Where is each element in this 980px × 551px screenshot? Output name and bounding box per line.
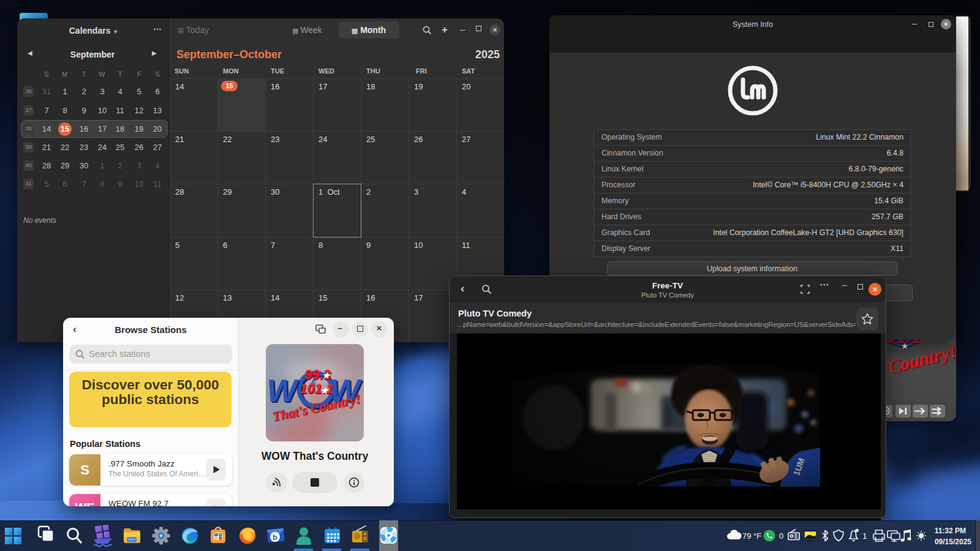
svg-text:79 °F: 79 °F [742, 531, 761, 541]
svg-text:09/15/2025: 09/15/2025 [935, 538, 971, 546]
svg-text:101.1: 101.1 [300, 381, 333, 396]
svg-text:b: b [273, 533, 277, 542]
svg-text:0: 0 [779, 531, 783, 541]
svg-text:W: W [267, 373, 300, 408]
svg-text:1: 1 [862, 531, 867, 541]
svg-text:11:32 PM: 11:32 PM [935, 527, 966, 535]
